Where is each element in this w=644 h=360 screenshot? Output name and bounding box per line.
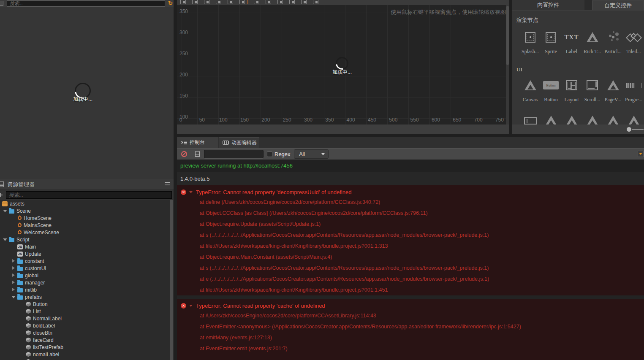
tree-item[interactable]: faceCard [0, 336, 170, 344]
tab-custom-widgets[interactable]: 自定义控件 [592, 0, 644, 10]
distribute-icon[interactable] [254, 0, 259, 4]
expander-icon[interactable] [11, 295, 15, 299]
widget-item[interactable]: Splash... [520, 29, 541, 55]
tree-item[interactable]: Button [0, 300, 170, 308]
refresh-icon[interactable]: ↻ [167, 0, 174, 7]
create-node-icon[interactable] [0, 1, 3, 6]
tree-item[interactable]: NormalLabel [0, 315, 170, 322]
tree-item[interactable]: manager [0, 279, 170, 286]
widget-item[interactable]: Scroll... [582, 77, 603, 103]
expander-icon[interactable] [3, 238, 7, 241]
tree-item[interactable]: listTestPrefab [0, 344, 170, 351]
scene-vertical-scrollbar[interactable] [506, 5, 509, 125]
widget-item[interactable] [520, 112, 541, 125]
tree-item[interactable]: WelcomeScene [0, 229, 170, 236]
widget-item[interactable]: Tiled... [623, 29, 644, 55]
assets-scrollbar[interactable] [170, 200, 174, 360]
widget-item[interactable]: Button Button [541, 77, 561, 103]
x-axis-tick: 350 [325, 117, 334, 123]
tree-item-icon [9, 209, 14, 214]
expander-icon[interactable] [11, 266, 15, 270]
widget-item[interactable]: PageV... [603, 77, 623, 103]
align-icon[interactable] [192, 0, 198, 4]
error-icon: ✕ [181, 303, 186, 309]
add-asset-icon[interactable] [0, 192, 3, 198]
expander-icon[interactable] [3, 209, 7, 213]
node-tree-search-input[interactable]: 搜索... [7, 0, 165, 7]
assets-search-input[interactable]: 搜索... [6, 191, 172, 199]
tab-console[interactable]: 控制台 [177, 137, 218, 148]
widget-item[interactable]: Layout [561, 77, 582, 103]
distribute-icon[interactable] [313, 0, 318, 4]
tree-item-label: closeBtn [33, 330, 52, 336]
widget-item[interactable] [541, 112, 561, 125]
tree-item[interactable]: global [0, 272, 170, 279]
tree-item[interactable]: closeBtn [0, 329, 170, 336]
stack-trace-line: at Object.CCClass [as Class] (/Users/zkh… [177, 208, 644, 219]
widget-item[interactable] [603, 112, 623, 125]
tree-item[interactable]: mitlib [0, 286, 170, 293]
open-log-button[interactable] [195, 151, 200, 157]
tree-item[interactable]: nomalLabel [0, 351, 170, 358]
widget-item[interactable]: TXT Label [561, 29, 582, 55]
distribute-icon[interactable] [277, 0, 283, 4]
log-filter-dropdown[interactable]: All [294, 149, 329, 159]
tree-item[interactable]: assets [0, 200, 170, 207]
tree-item[interactable]: MainsScene [0, 222, 170, 229]
tree-item[interactable]: customUI [0, 265, 170, 272]
expander-icon[interactable] [11, 288, 15, 292]
widget-item[interactable]: Rich T... [582, 29, 603, 55]
widget-item[interactable] [623, 112, 644, 125]
tree-item[interactable]: constant [0, 257, 170, 265]
list-icon[interactable] [0, 181, 4, 187]
widget-icon [565, 115, 578, 125]
align-icon[interactable] [180, 0, 186, 4]
widget-item[interactable]: Canvas [520, 77, 541, 103]
error-title-row[interactable]: ✕ TypeError: Cannot read property 'cache… [177, 301, 644, 310]
menu-icon[interactable] [165, 182, 170, 187]
tree-item[interactable] [0, 358, 170, 360]
distribute-icon[interactable] [289, 0, 295, 4]
widget-item[interactable]: Progre... [623, 77, 644, 103]
tree-item[interactable]: List [0, 308, 170, 315]
distribute-icon[interactable] [266, 0, 271, 4]
log-row-success[interactable]: preview server running at http://localho… [177, 160, 644, 172]
tree-item[interactable]: Scene [0, 207, 170, 214]
tree-item[interactable]: boldLabel [0, 322, 170, 329]
error-collapse-arrow[interactable] [189, 305, 193, 307]
distribute-icon[interactable] [301, 0, 307, 4]
scene-viewport[interactable]: 350300250200150100 050100150200250300350… [177, 5, 509, 125]
console-log-list: preview server running at http://localho… [177, 160, 644, 360]
regex-checkbox[interactable] [267, 152, 272, 157]
tree-item[interactable]: JS Update [0, 250, 170, 257]
error-collapse-arrow[interactable] [189, 191, 193, 193]
widget-item[interactable] [582, 112, 603, 125]
widget-item[interactable] [561, 112, 582, 125]
tree-item[interactable]: Script [0, 236, 170, 243]
expander-icon[interactable] [11, 273, 15, 277]
stack-trace-line: at emitMany (events.js:127:13) [177, 332, 644, 343]
widget-item[interactable]: Sprite [541, 29, 561, 55]
tree-item[interactable]: HomeScene [0, 214, 170, 222]
align-icon[interactable] [204, 0, 209, 4]
align-icon[interactable] [216, 0, 221, 4]
console-search-input[interactable] [204, 150, 264, 158]
panel-divider-left[interactable] [174, 0, 177, 360]
align-icon[interactable] [228, 0, 233, 4]
tab-builtin-widgets[interactable]: 内置控件 [512, 0, 584, 10]
tree-item[interactable]: prefabs [0, 293, 170, 300]
clear-console-button[interactable] [181, 151, 187, 157]
widget-item[interactable]: Particl... [603, 29, 623, 55]
error-title-row[interactable]: ✕ TypeError: Cannot read property 'decom… [177, 187, 644, 197]
expander-icon[interactable] [11, 281, 15, 284]
expander-icon[interactable] [11, 259, 15, 263]
icon-size-slider-track[interactable] [632, 129, 644, 130]
console-collapse-button[interactable] [638, 151, 644, 157]
icon-size-slider-thumb[interactable] [627, 127, 631, 132]
widget-label: Layout [565, 97, 579, 103]
scene-horizontal-scrollbar[interactable] [177, 125, 509, 134]
align-icon[interactable] [239, 0, 245, 4]
tab-animation-editor[interactable]: 动画编辑器 [219, 137, 259, 148]
tree-item[interactable]: JS Main [0, 243, 170, 250]
log-row-info[interactable]: 1.4.0-beta.5 [177, 172, 644, 185]
